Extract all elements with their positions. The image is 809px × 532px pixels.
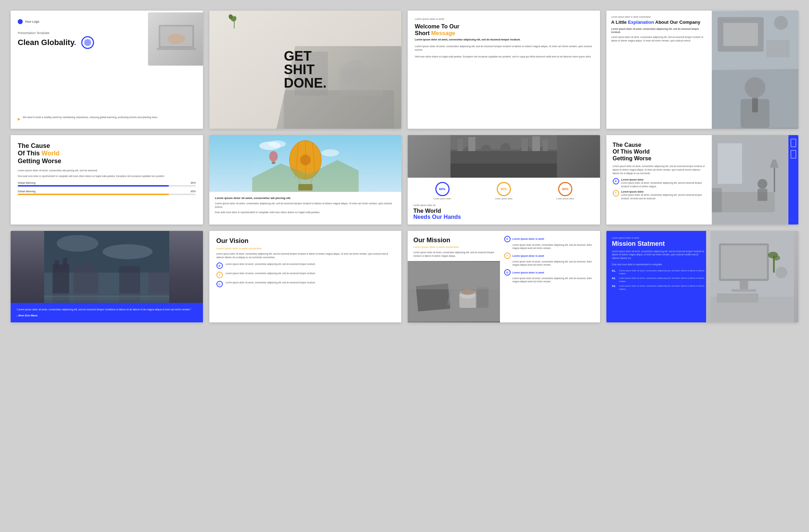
svg-point-56 <box>758 179 767 189</box>
slide5-body2: Duis aute irure dolor in reprehenderit i… <box>18 174 196 178</box>
bottom-text: We want to build a healthy world by main… <box>23 116 158 120</box>
slide-10-vision: Our Vision Lorem ipsum dolor is amet con… <box>209 231 402 322</box>
slide7-title: The World Needs Our Hands <box>413 208 594 220</box>
stat-3: 80% Lorem ipsum dolor <box>536 182 594 200</box>
slide12-sup: Lorem ipsum dolor is amet <box>612 237 706 239</box>
meeting-photo <box>408 135 600 178</box>
slide5-progress: Global Warming 85% Global Warming 85% <box>18 182 196 195</box>
slide3-sup: Lorem ipsum dolor is amet <box>415 18 593 20</box>
slide10-icon3: ◎ Lorem ipsum dolor sit amet, consectetu… <box>216 281 395 287</box>
gsd-text: GET SHIT DONE. <box>277 42 334 97</box>
stat3-value: 80% <box>562 187 568 191</box>
svg-rect-66 <box>63 258 67 268</box>
slide7-sup: Lorem ipsum dolor sit <box>413 204 594 206</box>
mission-icon2: ✦ <box>504 253 511 259</box>
slide-8-cause-right: The Cause Of This World Getting Worse Lo… <box>606 135 799 225</box>
slide12-blue-panel: Lorem ipsum dolor is amet Mission Statme… <box>606 231 712 322</box>
mission-item1-label: Lorem ipsum dolor is amet <box>512 238 544 240</box>
slide4-layout: Lorem ipsum dolor is amet consectetur A … <box>606 11 799 129</box>
slide11-subtitle: Lorem ipsum dolor is amet consectetur <box>413 245 495 249</box>
desk-photo-top <box>712 11 798 70</box>
slide6-body2: Duis aute irure dolor in reprehenderit i… <box>215 211 396 215</box>
stat1-value: 60% <box>439 187 446 191</box>
slide3-body: Lorem ipsum dolor sit amet, consectetur … <box>415 45 593 52</box>
arrow-icon: ▶ <box>18 116 21 122</box>
stat1-label: Lorem ipsum dolor <box>413 198 471 200</box>
slide8-body: Lorem ipsum dolor sit amet, consectetur … <box>613 165 706 175</box>
slide11-text: Our Mission Lorem ipsum dolor is amet co… <box>408 231 500 261</box>
slide4-title-p2: About Our Company <box>654 20 700 25</box>
slide11-body: Lorem ipsum dolor sit amet, consectetur … <box>413 251 495 258</box>
slide8-icon2-text: Lorem ipsum dolor Lorem ipsum dolor sit … <box>621 190 706 200</box>
slide6-text: Lorem ipsum dolor sit amet, consectetur … <box>209 192 402 219</box>
stat3-label: Lorem ipsum dolor <box>536 198 594 200</box>
mission-item1-header: ⊕ Lorem ipsum dolor is amet <box>504 236 595 242</box>
title-dot: . <box>74 38 76 47</box>
svg-point-14 <box>745 77 765 98</box>
slide10-icon1: ⊕ Lorem ipsum dolor sit amet, consectetu… <box>216 262 395 269</box>
svg-rect-12 <box>767 40 790 57</box>
slide8-icon2-circle: ✦ <box>613 190 619 196</box>
svg-rect-93 <box>711 297 794 322</box>
svg-rect-7 <box>339 68 383 96</box>
slide10-icon2-circle: ✦ <box>216 272 223 278</box>
logo-text: Your Logo <box>25 20 39 23</box>
svg-rect-53 <box>718 143 742 184</box>
svg-point-62 <box>57 235 98 252</box>
svg-rect-74 <box>44 298 169 300</box>
slide3-body-bold: Lorem ipsum dolor sit amet, consectetur … <box>415 38 593 42</box>
svg-point-26 <box>300 155 310 165</box>
slide12-image <box>706 231 798 322</box>
num2-text: Lorem ipsum dolor sit amet, consectetur … <box>619 277 706 283</box>
progress-item-2: Global Warming 85% <box>18 190 196 195</box>
slide10-icon2-text: Lorem ipsum dolor sit amet, consectetur … <box>226 272 316 275</box>
slide7-highlight: Needs Our Hands <box>413 214 461 220</box>
slide8-title: The Cause Of This World Getting Worse <box>613 142 706 162</box>
slide7-bg-img <box>408 135 600 178</box>
numbered-3: 03. Lorem ipsum dolor sit amet, consecte… <box>612 284 706 290</box>
progress1-bar-bg <box>18 185 196 187</box>
slide3-title-highlight: Message <box>431 30 455 36</box>
progress-row-2: Global Warming 85% <box>18 190 196 194</box>
progress1-bar-fill <box>18 185 169 187</box>
slide-11-mission: Our Mission Lorem ipsum dolor is amet co… <box>408 231 600 322</box>
numbered-2: 02. Lorem ipsum dolor sit amet, consecte… <box>612 277 706 283</box>
slide9-author: - Jhon Doe Mans <box>16 314 197 317</box>
slide2-inner: GET SHIT DONE. <box>209 11 402 129</box>
slide4-body: Lorem ipsum dolor sit amet, consectetur … <box>611 35 707 43</box>
mission-item2-label: Lorem ipsum dolor is amet <box>512 255 544 257</box>
mission-icon3: ⚙ <box>504 269 511 276</box>
svg-rect-46 <box>451 135 557 151</box>
slide12-body2: Duis aute irure dolor in reprehenderit i… <box>612 263 706 266</box>
slide6-bold: Lorem ipsum dolor sit amet, consectetur … <box>215 196 396 200</box>
slide4-sup: Lorem ipsum dolor is amet consectetur <box>611 16 707 18</box>
mission-item3-label: Lorem ipsum dolor is amet <box>512 271 544 274</box>
svg-rect-88 <box>731 289 756 292</box>
slide-5-cause: The Cause Of This World Getting Worse Lo… <box>11 135 203 225</box>
numbered-1: 01. Lorem ipsum dolor sit amet, consecte… <box>612 269 706 275</box>
progress2-label: Global Warming <box>18 190 35 193</box>
slide10-icon2: ✦ Lorem ipsum dolor sit amet, consectetu… <box>216 272 395 278</box>
monitor-desk-photo <box>706 231 798 322</box>
presentation-label: Presentation Template <box>18 31 196 35</box>
progress2-bar-bg <box>18 194 196 195</box>
svg-rect-51 <box>543 139 548 151</box>
slide12-title: Mission Statment <box>612 240 706 248</box>
slide5-t3: Getting Worse <box>18 157 61 165</box>
slide8-icon2-title: Lorem ipsum dolor <box>621 190 706 194</box>
slide5-t1: The Cause <box>18 142 50 149</box>
slide8-icon2: ✦ Lorem ipsum dolor Lorem ipsum dolor si… <box>613 190 706 200</box>
svg-point-91 <box>773 255 780 260</box>
num3-text: Lorem ipsum dolor sit amet, consectetur … <box>619 284 706 290</box>
svg-rect-73 <box>44 295 169 298</box>
svg-rect-69 <box>86 262 91 272</box>
num1-label: 01. <box>612 269 617 272</box>
svg-point-30 <box>269 151 277 162</box>
svg-point-11 <box>774 16 788 30</box>
slide10-icon1-text: Lorem ipsum dolor sit amet, consectetur … <box>226 262 316 266</box>
slide12-numbered-list: 01. Lorem ipsum dolor sit amet, consecte… <box>612 269 706 290</box>
svg-point-20 <box>321 149 339 156</box>
slide4-title-p1: A Little <box>611 20 628 25</box>
svg-rect-50 <box>532 136 540 151</box>
slide5-t2: Of This <box>18 150 42 157</box>
